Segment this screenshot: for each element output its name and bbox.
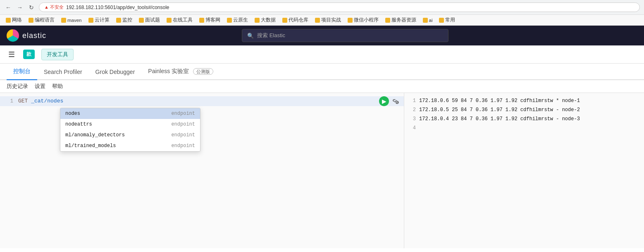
bookmark-监控[interactable]: 监控 <box>114 16 135 24</box>
folder-icon <box>29 18 33 23</box>
bookmark-label: 博客网 <box>205 17 220 23</box>
folder-icon <box>116 18 121 23</box>
bookmark-服务器资源[interactable]: 服务器资源 <box>383 16 419 24</box>
autocomplete-item-ml-anomaly[interactable]: ml/anomaly_detectors endpoint <box>60 130 200 140</box>
api-path: _cat/nodes <box>31 98 63 104</box>
bookmark-微信小程序[interactable]: 微信小程序 <box>345 16 381 24</box>
global-search-bar[interactable]: 🔍 搜索 Elastic <box>242 29 448 42</box>
elastic-logo[interactable]: elastic <box>7 29 46 42</box>
editor-content: 1 GET _cat/nodes <box>0 93 404 109</box>
devtools-navigation: ☰ 款 开发工具 <box>0 45 644 64</box>
search-placeholder: 搜索 Elastic <box>257 32 285 39</box>
bookmark-ai[interactable]: ai <box>420 16 435 24</box>
bookmark-在线工具[interactable]: 在线工具 <box>164 16 195 24</box>
autocomplete-type: endpoint <box>171 132 195 138</box>
bookmark-label: 微信小程序 <box>354 17 379 23</box>
bookmark-label: 网络 <box>12 17 22 23</box>
folder-icon <box>88 18 93 23</box>
tab-grok-debugger-label: Grok Debugger <box>95 69 135 75</box>
beta-badge: 公测版 <box>193 68 213 75</box>
bookmark-大数据[interactable]: 大数据 <box>252 16 278 24</box>
history-button[interactable]: 历史记录 <box>7 83 28 90</box>
out-line-content-1: 172.18.0.6 59 84 7 0.36 1.97 1.92 cdfhil… <box>419 97 580 105</box>
bookmark-label: 面试题 <box>145 17 160 23</box>
dev-tools-button[interactable]: 开发工具 <box>41 49 74 60</box>
address-bar[interactable]: ▲ 不安全 192.168.182.110:5601/app/dev_tools… <box>39 2 640 12</box>
bookmark-代码仓库[interactable]: 代码仓库 <box>280 16 311 24</box>
editor-line-1: 1 GET _cat/nodes <box>0 96 404 106</box>
bookmarks-bar: 网络 编程语言 maven 云计算 监控 面试题 在线工具 博客网 云原生 大数… <box>0 15 644 26</box>
autocomplete-item-nodes[interactable]: nodes endpoint <box>60 108 200 119</box>
help-button[interactable]: 帮助 <box>52 83 63 90</box>
bookmark-编程语言[interactable]: 编程语言 <box>26 16 57 24</box>
bookmark-maven[interactable]: maven <box>59 16 84 24</box>
elastic-logo-icon <box>7 29 19 42</box>
autocomplete-item-nodeattrs[interactable]: nodeattrs endpoint <box>60 119 200 130</box>
main-content: 1 GET _cat/nodes ▶ nodes endpoint <box>0 93 644 248</box>
tab-search-profiler[interactable]: Search Profiler <box>37 64 89 80</box>
folder-icon <box>423 18 428 23</box>
autocomplete-name: nodeattrs <box>65 121 92 127</box>
bookmark-label: 监控 <box>122 17 132 23</box>
folder-icon <box>385 18 390 23</box>
line-number-1: 1 <box>3 97 13 105</box>
folder-icon <box>282 18 287 23</box>
output-line-3: 3 172.18.0.4 23 84 7 0.36 1.97 1.92 cdfh… <box>408 114 641 124</box>
bookmark-常用[interactable]: 常用 <box>436 16 458 24</box>
out-line-num-4: 4 <box>408 124 416 132</box>
bookmark-博客网[interactable]: 博客网 <box>197 16 223 24</box>
folder-icon <box>348 18 353 23</box>
autocomplete-type: endpoint <box>171 111 195 116</box>
bookmark-label: 编程语言 <box>35 17 55 23</box>
bookmark-云计算[interactable]: 云计算 <box>86 16 112 24</box>
security-warning: ▲ 不安全 <box>44 4 64 10</box>
out-line-content-3: 172.18.0.4 23 84 7 0.36 1.97 1.92 cdfhil… <box>419 115 580 123</box>
top-navigation: elastic 🔍 搜索 Elastic <box>0 26 644 45</box>
tab-console-label: 控制台 <box>13 68 31 74</box>
bookmark-label: 大数据 <box>261 17 276 23</box>
autocomplete-type: endpoint <box>171 121 195 127</box>
back-button[interactable]: ← <box>4 3 12 12</box>
bookmark-云原生[interactable]: 云原生 <box>224 16 250 24</box>
bookmark-项目实战[interactable]: 项目实战 <box>312 16 343 24</box>
browser-chrome: ← → ↻ ▲ 不安全 192.168.182.110:5601/app/dev… <box>0 0 644 15</box>
output-line-2: 2 172.18.0.5 25 84 7 0.36 1.97 1.92 cdfh… <box>408 105 641 114</box>
folder-icon <box>61 18 66 23</box>
tab-painless[interactable]: Painless 实验室 公测版 <box>141 64 220 80</box>
url-text: 192.168.182.110:5601/app/dev_tools#/cons… <box>66 5 169 10</box>
run-button[interactable]: ▶ <box>379 96 389 106</box>
reload-button[interactable]: ↻ <box>27 3 36 12</box>
search-icon: 🔍 <box>247 33 254 39</box>
tab-search-profiler-label: Search Profiler <box>44 69 82 75</box>
autocomplete-dropdown: nodes endpoint nodeattrs endpoint ml/ano… <box>60 108 200 152</box>
autocomplete-name: nodes <box>65 111 80 116</box>
editor-pane[interactable]: 1 GET _cat/nodes ▶ nodes endpoint <box>0 93 404 248</box>
tab-painless-label: Painless 实验室 <box>148 68 189 74</box>
bookmark-label: 常用 <box>445 17 455 23</box>
folder-icon <box>6 18 11 23</box>
copy-link-button[interactable] <box>391 96 401 106</box>
bookmark-label: 在线工具 <box>173 17 193 23</box>
forward-button[interactable]: → <box>16 3 24 12</box>
out-line-content-2: 172.18.0.5 25 84 7 0.36 1.97 1.92 cdfhil… <box>419 106 580 114</box>
bookmark-label: 代码仓库 <box>289 17 308 23</box>
folder-icon <box>439 18 444 23</box>
folder-icon <box>139 18 144 23</box>
output-line-1: 1 172.18.0.6 59 84 7 0.36 1.97 1.92 cdfh… <box>408 96 641 105</box>
bookmark-label: 项目实战 <box>321 17 341 23</box>
bookmark-label: maven <box>67 18 82 23</box>
autocomplete-name: ml/trained_models <box>65 143 116 149</box>
settings-button[interactable]: 设置 <box>35 83 45 90</box>
tab-console[interactable]: 控制台 <box>7 64 37 80</box>
dev-badge: 款 <box>23 50 35 59</box>
bookmark-label: ai <box>429 18 433 23</box>
editor-toolbar: 历史记录 设置 帮助 <box>0 80 644 93</box>
autocomplete-item-ml-trained[interactable]: ml/trained_models endpoint <box>60 140 200 151</box>
bookmark-网络[interactable]: 网络 <box>3 16 24 24</box>
bookmark-label: 服务器资源 <box>391 17 416 23</box>
hamburger-menu-button[interactable]: ☰ <box>7 48 17 61</box>
out-line-num-3: 3 <box>408 115 416 123</box>
autocomplete-type: endpoint <box>171 143 195 149</box>
tab-grok-debugger[interactable]: Grok Debugger <box>89 64 142 80</box>
bookmark-面试题[interactable]: 面试题 <box>136 16 162 24</box>
